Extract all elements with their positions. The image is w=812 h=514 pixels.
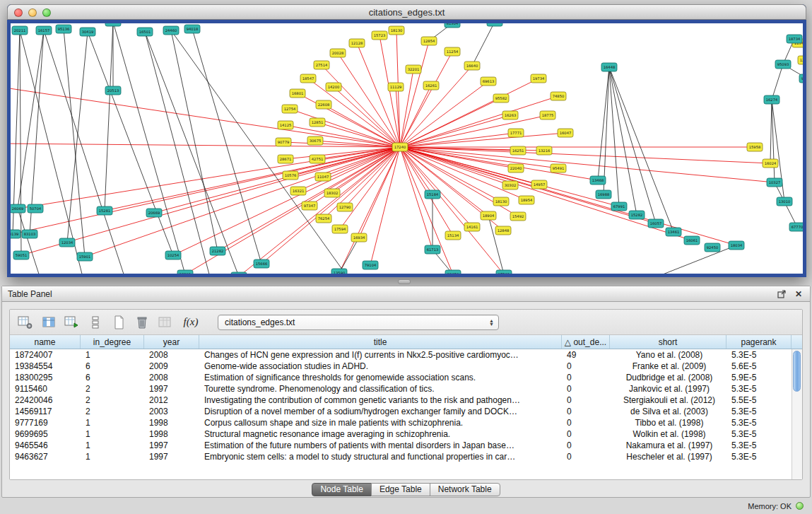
column-header-year[interactable]: year <box>144 335 199 349</box>
graph-node[interactable]: 95491 <box>551 164 566 173</box>
column-header-pagerank[interactable]: pagerank <box>726 335 792 349</box>
graph-node[interactable]: 14200 <box>326 83 341 91</box>
graph-node[interactable]: 22040 <box>508 164 524 173</box>
graph-node[interactable]: 76254 <box>316 214 331 223</box>
zoom-window-button[interactable] <box>42 8 51 17</box>
graph-node[interactable]: 13461 <box>666 228 681 236</box>
table-row[interactable]: 969969511998Structural magnetic resonanc… <box>10 428 792 440</box>
graph-node[interactable]: 16321 <box>290 187 306 195</box>
table-settings-icon[interactable] <box>17 314 34 331</box>
graph-node[interactable]: 12128 <box>349 39 365 47</box>
graph-node[interactable]: 16501 <box>137 28 153 36</box>
graph-node[interactable]: 16047 <box>558 129 573 137</box>
scrollbar-thumb[interactable] <box>793 351 801 392</box>
table-row[interactable]: 911546021997Tourette syndrome. Phenomeno… <box>10 383 792 395</box>
table-row[interactable]: 1830029562008Estimation of significance … <box>10 372 792 383</box>
graph-node[interactable]: 18189 <box>105 23 121 26</box>
graph-node[interactable]: 16157 <box>36 26 52 35</box>
tab-edge-table[interactable]: Edge Table <box>371 483 430 496</box>
graph-node[interactable]: 18547 <box>300 74 316 83</box>
graph-node[interactable]: 16988 <box>596 190 611 199</box>
table-row[interactable]: 1872400712008Changes of HCN gene express… <box>10 349 792 361</box>
graph-node[interactable]: 13139 <box>11 230 20 238</box>
close-panel-icon[interactable]: ✕ <box>793 288 804 300</box>
graph-node[interactable]: 20669 <box>146 209 162 217</box>
graph-node[interactable]: 13291 <box>177 270 193 274</box>
splitter-grip[interactable] <box>398 279 411 284</box>
table-row[interactable]: 946362711997Embryonic stem cells: a mode… <box>10 451 792 462</box>
graph-node[interactable]: 10254 <box>165 251 181 259</box>
graph-node[interactable]: 18130 <box>493 197 509 206</box>
graph-node[interactable]: 12848 <box>495 226 511 235</box>
minimize-window-button[interactable] <box>28 8 37 17</box>
graph-node[interactable]: 16251 <box>510 146 526 155</box>
graph-node[interactable]: 30419 <box>80 28 95 36</box>
horizontal-splitter[interactable] <box>0 277 812 286</box>
graph-node[interactable]: 14957 <box>531 180 547 189</box>
graph-node[interactable]: 12854 <box>421 37 437 45</box>
graph-node[interactable]: 17771 <box>508 129 524 137</box>
table-row[interactable]: 2242004622012Investigating the contribut… <box>10 395 792 406</box>
table-selector-combobox[interactable]: citations_edges.txt ▲▼ <box>218 315 499 330</box>
graph-node[interactable]: 95582 <box>493 94 509 103</box>
graph-node[interactable]: 95136 <box>56 25 71 33</box>
column-header-out_de[interactable]: △ out_de... <box>562 335 610 349</box>
graph-node[interactable]: 16448 <box>601 63 617 71</box>
column-header-name[interactable]: name <box>10 335 81 349</box>
graph-node[interactable]: 15492 <box>510 212 526 221</box>
graph-node[interactable]: 83103 <box>22 230 37 238</box>
graph-node[interactable]: 12450 <box>445 270 461 274</box>
graph-node[interactable]: 28147 <box>487 23 502 26</box>
graph-node[interactable]: 10327 <box>767 178 782 187</box>
graph-node[interactable]: 16640 <box>464 62 480 70</box>
table-row[interactable]: 1456911722003Disruption of a novel membe… <box>10 406 792 417</box>
column-header-in_degree[interactable]: in_degree <box>81 335 144 349</box>
graph-node[interactable]: 15281 <box>97 206 112 215</box>
graph-node[interactable]: 10576 <box>283 171 298 180</box>
graph-node[interactable]: 30675 <box>307 136 323 145</box>
graph-node[interactable]: 95093 <box>775 60 791 69</box>
delete-icon[interactable] <box>134 314 151 331</box>
table-row[interactable]: 1938455462009Genome-wide association stu… <box>10 361 792 372</box>
graph-node[interactable]: 11254 <box>445 47 460 56</box>
table-row[interactable]: 946554611997Estimation of the future num… <box>10 440 792 451</box>
new-file-icon[interactable] <box>110 314 127 331</box>
graph-node[interactable]: 59051 <box>13 251 29 259</box>
graph-node[interactable]: 26069 <box>11 204 25 213</box>
graph-node[interactable]: 18954 <box>519 196 534 204</box>
graph-node[interactable]: 16263 <box>502 111 518 119</box>
graph-node[interactable]: 32201 <box>406 65 421 74</box>
graph-node[interactable]: 15666 <box>254 259 269 268</box>
graph-node[interactable]: 13010 <box>777 197 792 206</box>
graph-node[interactable]: 22608 <box>316 100 331 109</box>
network-canvas[interactable]: 1724015723121282002827514185471680112754… <box>11 23 803 274</box>
graph-node[interactable]: 24460 <box>163 26 179 35</box>
graph-node[interactable]: 27514 <box>314 61 329 69</box>
graph-node[interactable]: 16057 <box>648 219 664 228</box>
graph-node[interactable]: 12851 <box>310 118 325 127</box>
float-panel-icon[interactable] <box>776 288 787 300</box>
graph-node[interactable]: 15723 <box>372 31 387 40</box>
graph-node[interactable]: 14161 <box>464 223 480 231</box>
graph-node[interactable]: 13216 <box>536 146 552 155</box>
close-window-button[interactable] <box>14 8 23 17</box>
graph-node[interactable]: 81304 <box>445 23 460 28</box>
graph-node[interactable]: 90779 <box>276 138 291 146</box>
graph-node[interactable]: 16061 <box>684 236 700 245</box>
graph-node[interactable]: 97347 <box>302 201 317 210</box>
graph-node[interactable]: 13468 <box>590 176 606 185</box>
column-header-title[interactable]: title <box>199 335 562 349</box>
graph-node[interactable]: 16934 <box>351 233 367 242</box>
graph-node[interactable]: 20028 <box>330 49 346 57</box>
graph-node[interactable]: 21282 <box>210 247 225 255</box>
graph-node[interactable]: 12754 <box>282 105 298 113</box>
table-import-icon[interactable] <box>64 314 81 331</box>
graph-node[interactable]: 16274 <box>764 95 779 104</box>
graph-node[interactable]: 67991 <box>611 202 627 211</box>
function-builder-button[interactable]: f(x) <box>180 314 201 331</box>
graph-node[interactable]: 20211 <box>12 26 28 35</box>
graph-node[interactable]: 42751 <box>310 155 325 163</box>
graph-node[interactable]: 12217 <box>798 56 803 64</box>
graph-node[interactable]: 79104 <box>363 261 378 269</box>
graph-node[interactable]: 18904 <box>481 211 496 220</box>
